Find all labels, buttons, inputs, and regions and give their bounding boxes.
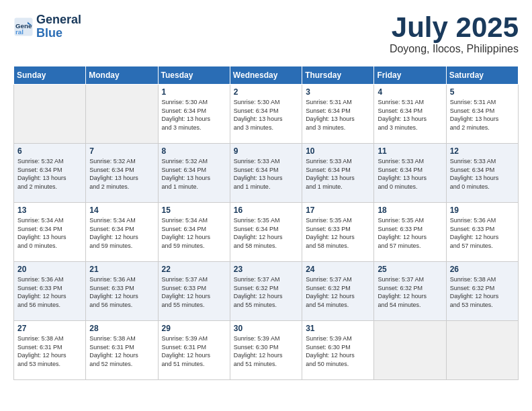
week-row-5: 27Sunrise: 5:38 AM Sunset: 6:31 PM Dayli… — [14, 321, 519, 380]
weekday-header-tuesday: Tuesday — [158, 66, 230, 85]
calendar-cell: 10Sunrise: 5:33 AM Sunset: 6:34 PM Dayli… — [302, 144, 374, 203]
day-number: 4 — [378, 87, 442, 97]
day-info: Sunrise: 5:30 AM Sunset: 6:34 PM Dayligh… — [234, 98, 298, 132]
weekday-header-thursday: Thursday — [302, 66, 374, 85]
calendar-cell: 7Sunrise: 5:32 AM Sunset: 6:34 PM Daylig… — [86, 144, 158, 203]
day-number: 6 — [17, 146, 82, 156]
day-number: 31 — [306, 324, 370, 333]
day-number: 5 — [450, 87, 515, 97]
day-number: 20 — [17, 265, 82, 274]
weekday-header-sunday: Sunday — [14, 66, 86, 85]
day-number: 17 — [306, 205, 370, 215]
day-number: 7 — [89, 146, 154, 156]
weekday-header-wednesday: Wednesday — [230, 66, 302, 85]
calendar-cell — [86, 85, 158, 144]
day-number: 24 — [306, 265, 370, 274]
day-info: Sunrise: 5:32 AM Sunset: 6:34 PM Dayligh… — [89, 157, 154, 191]
day-number: 1 — [162, 87, 226, 97]
day-info: Sunrise: 5:33 AM Sunset: 6:34 PM Dayligh… — [450, 157, 515, 191]
day-info: Sunrise: 5:37 AM Sunset: 6:32 PM Dayligh… — [378, 275, 442, 309]
calendar-cell: 30Sunrise: 5:39 AM Sunset: 6:30 PM Dayli… — [230, 321, 302, 380]
day-number: 2 — [234, 87, 298, 97]
day-info: Sunrise: 5:32 AM Sunset: 6:34 PM Dayligh… — [17, 157, 82, 191]
day-info: Sunrise: 5:35 AM Sunset: 6:34 PM Dayligh… — [234, 216, 298, 250]
day-number: 28 — [89, 324, 154, 333]
svg-text:ral: ral — [15, 28, 24, 35]
day-number: 27 — [17, 324, 82, 333]
day-number: 23 — [234, 265, 298, 274]
calendar-cell: 14Sunrise: 5:34 AM Sunset: 6:34 PM Dayli… — [86, 203, 158, 262]
calendar-cell: 25Sunrise: 5:37 AM Sunset: 6:32 PM Dayli… — [374, 262, 446, 321]
day-info: Sunrise: 5:36 AM Sunset: 6:33 PM Dayligh… — [450, 216, 515, 250]
calendar-cell: 18Sunrise: 5:35 AM Sunset: 6:33 PM Dayli… — [374, 203, 446, 262]
calendar-cell: 20Sunrise: 5:36 AM Sunset: 6:33 PM Dayli… — [14, 262, 86, 321]
calendar-cell: 21Sunrise: 5:36 AM Sunset: 6:33 PM Dayli… — [86, 262, 158, 321]
day-info: Sunrise: 5:31 AM Sunset: 6:34 PM Dayligh… — [378, 98, 442, 132]
day-number: 22 — [162, 265, 226, 274]
calendar-cell: 8Sunrise: 5:32 AM Sunset: 6:34 PM Daylig… — [158, 144, 230, 203]
day-info: Sunrise: 5:33 AM Sunset: 6:34 PM Dayligh… — [234, 157, 298, 191]
calendar-cell: 2Sunrise: 5:30 AM Sunset: 6:34 PM Daylig… — [230, 85, 302, 144]
weekday-header-monday: Monday — [86, 66, 158, 85]
day-info: Sunrise: 5:34 AM Sunset: 6:34 PM Dayligh… — [17, 216, 82, 250]
calendar-cell: 15Sunrise: 5:34 AM Sunset: 6:34 PM Dayli… — [158, 203, 230, 262]
day-info: Sunrise: 5:38 AM Sunset: 6:31 PM Dayligh… — [17, 334, 82, 368]
calendar-cell: 13Sunrise: 5:34 AM Sunset: 6:34 PM Dayli… — [14, 203, 86, 262]
day-number: 19 — [450, 205, 515, 215]
day-number: 9 — [234, 146, 298, 156]
calendar-cell: 17Sunrise: 5:35 AM Sunset: 6:33 PM Dayli… — [302, 203, 374, 262]
day-number: 11 — [378, 146, 442, 156]
day-number: 25 — [378, 265, 442, 274]
calendar-cell: 22Sunrise: 5:37 AM Sunset: 6:33 PM Dayli… — [158, 262, 230, 321]
day-number: 14 — [89, 205, 154, 215]
day-number: 8 — [162, 146, 226, 156]
calendar-cell: 27Sunrise: 5:38 AM Sunset: 6:31 PM Dayli… — [14, 321, 86, 380]
day-number: 10 — [306, 146, 370, 156]
day-info: Sunrise: 5:33 AM Sunset: 6:34 PM Dayligh… — [378, 157, 442, 191]
calendar-cell: 26Sunrise: 5:38 AM Sunset: 6:32 PM Dayli… — [446, 262, 518, 321]
calendar-cell: 12Sunrise: 5:33 AM Sunset: 6:34 PM Dayli… — [446, 144, 518, 203]
day-info: Sunrise: 5:35 AM Sunset: 6:33 PM Dayligh… — [378, 216, 442, 250]
calendar-table: SundayMondayTuesdayWednesdayThursdayFrid… — [13, 66, 519, 380]
day-info: Sunrise: 5:36 AM Sunset: 6:33 PM Dayligh… — [89, 275, 154, 309]
page-header: Gene ral General Blue July 2025 Doyong, … — [13, 13, 519, 55]
title-block: July 2025 Doyong, Ilocos, Philippines — [390, 13, 519, 55]
calendar-cell: 3Sunrise: 5:31 AM Sunset: 6:34 PM Daylig… — [302, 85, 374, 144]
day-info: Sunrise: 5:30 AM Sunset: 6:34 PM Dayligh… — [162, 98, 226, 132]
week-row-4: 20Sunrise: 5:36 AM Sunset: 6:33 PM Dayli… — [14, 262, 519, 321]
week-row-3: 13Sunrise: 5:34 AM Sunset: 6:34 PM Dayli… — [14, 203, 519, 262]
calendar-cell: 4Sunrise: 5:31 AM Sunset: 6:34 PM Daylig… — [374, 85, 446, 144]
day-info: Sunrise: 5:39 AM Sunset: 6:30 PM Dayligh… — [234, 334, 298, 368]
calendar-cell: 28Sunrise: 5:38 AM Sunset: 6:31 PM Dayli… — [86, 321, 158, 380]
calendar-cell: 23Sunrise: 5:37 AM Sunset: 6:32 PM Dayli… — [230, 262, 302, 321]
day-info: Sunrise: 5:35 AM Sunset: 6:33 PM Dayligh… — [306, 216, 370, 250]
day-number: 15 — [162, 205, 226, 215]
calendar-cell: 9Sunrise: 5:33 AM Sunset: 6:34 PM Daylig… — [230, 144, 302, 203]
calendar-cell: 24Sunrise: 5:37 AM Sunset: 6:32 PM Dayli… — [302, 262, 374, 321]
day-info: Sunrise: 5:34 AM Sunset: 6:34 PM Dayligh… — [162, 216, 226, 250]
logo-icon: Gene ral — [13, 17, 34, 37]
day-number: 21 — [89, 265, 154, 274]
location: Doyong, Ilocos, Philippines — [390, 43, 519, 55]
calendar-cell: 11Sunrise: 5:33 AM Sunset: 6:34 PM Dayli… — [374, 144, 446, 203]
weekday-header-friday: Friday — [374, 66, 446, 85]
day-info: Sunrise: 5:32 AM Sunset: 6:34 PM Dayligh… — [162, 157, 226, 191]
day-number: 26 — [450, 265, 515, 274]
day-info: Sunrise: 5:39 AM Sunset: 6:31 PM Dayligh… — [162, 334, 226, 368]
week-row-1: 1Sunrise: 5:30 AM Sunset: 6:34 PM Daylig… — [14, 85, 519, 144]
day-info: Sunrise: 5:38 AM Sunset: 6:31 PM Dayligh… — [89, 334, 154, 368]
weekday-header-saturday: Saturday — [446, 66, 518, 85]
day-info: Sunrise: 5:39 AM Sunset: 6:30 PM Dayligh… — [306, 334, 370, 368]
week-row-2: 6Sunrise: 5:32 AM Sunset: 6:34 PM Daylig… — [14, 144, 519, 203]
day-number: 16 — [234, 205, 298, 215]
day-info: Sunrise: 5:38 AM Sunset: 6:32 PM Dayligh… — [450, 275, 515, 309]
day-number: 13 — [17, 205, 82, 215]
calendar-cell: 1Sunrise: 5:30 AM Sunset: 6:34 PM Daylig… — [158, 85, 230, 144]
day-info: Sunrise: 5:34 AM Sunset: 6:34 PM Dayligh… — [89, 216, 154, 250]
day-number: 29 — [162, 324, 226, 333]
calendar-cell — [446, 321, 518, 380]
logo-text: General Blue — [36, 13, 81, 40]
calendar-cell: 31Sunrise: 5:39 AM Sunset: 6:30 PM Dayli… — [302, 321, 374, 380]
day-number: 30 — [234, 324, 298, 333]
calendar-cell: 29Sunrise: 5:39 AM Sunset: 6:31 PM Dayli… — [158, 321, 230, 380]
